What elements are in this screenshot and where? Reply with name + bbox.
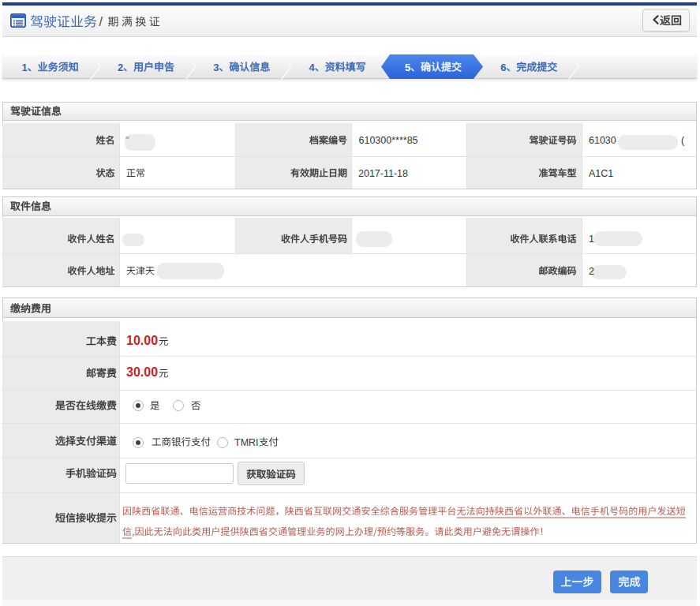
svg-text:30.00: 30.00	[126, 365, 158, 379]
svg-text:TMRI: TMRI	[234, 437, 259, 448]
svg-text:4: 4	[309, 62, 316, 73]
svg-text:1: 1	[589, 234, 594, 245]
svg-text:(: (	[681, 135, 685, 146]
svg-text:10.00: 10.00	[126, 334, 158, 347]
svg-text:6: 6	[500, 62, 506, 73]
svg-text:3: 3	[213, 62, 219, 73]
svg-text:610300****85: 610300****85	[359, 135, 418, 146]
svg-text:61030: 61030	[589, 135, 616, 146]
svg-text:5: 5	[405, 62, 410, 73]
svg-text:1: 1	[22, 62, 28, 73]
svg-text:2017-11-18: 2017-11-18	[358, 168, 408, 179]
svg-text:/: /	[99, 15, 103, 28]
svg-text:A1C1: A1C1	[589, 168, 613, 179]
svg-text:2: 2	[589, 266, 594, 277]
svg-text:2: 2	[118, 62, 123, 73]
